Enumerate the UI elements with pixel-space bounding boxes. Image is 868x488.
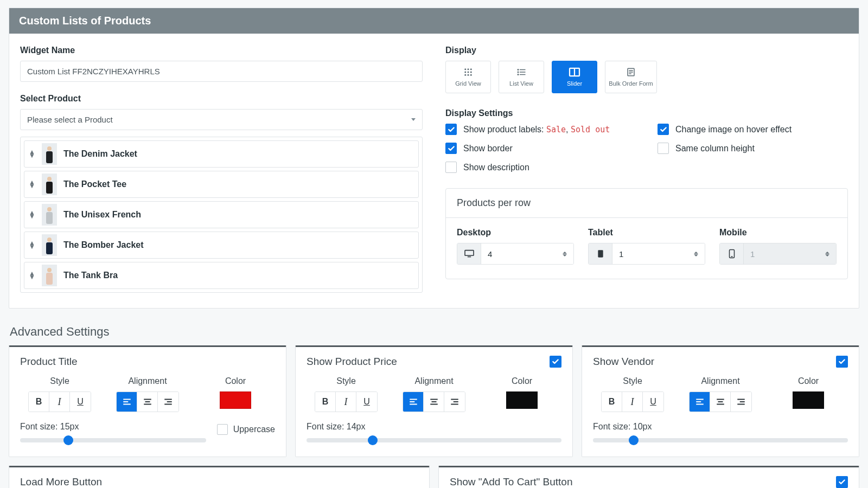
- svg-point-12: [470, 68, 472, 70]
- svg-point-15: [470, 72, 472, 73]
- product-item[interactable]: ▲▼The Pocket Tee: [24, 171, 419, 198]
- same-column-option[interactable]: Same column height: [658, 143, 848, 154]
- align-right-button[interactable]: [444, 392, 465, 412]
- svg-point-10: [464, 68, 466, 70]
- checkbox-checked-icon[interactable]: [658, 124, 669, 135]
- italic-button[interactable]: I: [336, 392, 356, 412]
- card-toggle[interactable]: [836, 476, 848, 488]
- align-right-button[interactable]: [158, 392, 178, 412]
- color-swatch[interactable]: [220, 391, 251, 409]
- align-center-button[interactable]: [137, 392, 158, 412]
- display-slider-button[interactable]: Slider: [552, 61, 597, 93]
- product-item[interactable]: ▲▼The Unisex French: [24, 201, 419, 228]
- widget-name-input[interactable]: [20, 61, 423, 82]
- svg-point-21: [518, 72, 519, 73]
- show-labels-option[interactable]: Show product labels: Sale, Sold out: [445, 124, 636, 135]
- font-size-slider[interactable]: [20, 438, 206, 442]
- checkbox-unchecked-icon[interactable]: [445, 162, 457, 173]
- italic-button[interactable]: I: [49, 392, 70, 412]
- card-product-price: Show Product Price Style B I U Alignment: [295, 345, 573, 457]
- mobile-icon: [720, 243, 744, 264]
- display-settings-label: Display Settings: [445, 108, 848, 118]
- underline-button[interactable]: U: [643, 392, 663, 412]
- align-center-button[interactable]: [710, 392, 731, 412]
- uppercase-option[interactable]: Uppercase: [217, 424, 275, 435]
- panel-title: Custom Lists of Products: [9, 8, 859, 34]
- card-toggle[interactable]: [550, 356, 561, 368]
- color-swatch[interactable]: [506, 391, 538, 409]
- checkbox-unchecked-icon[interactable]: [658, 143, 669, 154]
- bold-button[interactable]: B: [315, 392, 336, 412]
- align-left-button[interactable]: [690, 392, 710, 412]
- select-product-label: Select Product: [20, 94, 423, 104]
- drag-handle-icon[interactable]: ▲▼: [29, 241, 35, 249]
- card-vendor: Show Vendor Style B I U Alignment: [582, 345, 859, 457]
- align-center-button[interactable]: [424, 392, 444, 412]
- product-item[interactable]: ▲▼The Tank Bra: [24, 262, 419, 289]
- product-list: ▲▼The Denim Jacket▲▼The Pocket Tee▲▼The …: [20, 137, 423, 293]
- display-grid-button[interactable]: Grid View: [445, 61, 491, 93]
- card-load-more: Load More Button: [9, 466, 430, 488]
- select-product-dropdown[interactable]: Please select a Product: [20, 109, 423, 130]
- show-description-option[interactable]: Show description: [445, 162, 636, 173]
- svg-point-4: [47, 207, 52, 211]
- desktop-icon: [457, 243, 481, 264]
- svg-rect-31: [465, 251, 474, 256]
- select-caret-icon: [825, 252, 829, 256]
- underline-button[interactable]: U: [70, 392, 91, 412]
- product-item[interactable]: ▲▼The Bomber Jacket: [24, 232, 419, 259]
- svg-rect-32: [467, 256, 470, 258]
- bold-button[interactable]: B: [602, 392, 622, 412]
- svg-rect-24: [520, 74, 526, 75]
- ppr-desktop-select[interactable]: 4: [457, 243, 574, 265]
- align-group: [116, 391, 179, 412]
- checkbox-checked-icon[interactable]: [445, 124, 457, 135]
- columns-icon: [569, 67, 580, 78]
- product-name: The Bomber Jacket: [63, 240, 144, 250]
- svg-point-0: [47, 146, 52, 151]
- drag-handle-icon[interactable]: ▲▼: [29, 211, 35, 219]
- italic-button[interactable]: I: [622, 392, 643, 412]
- svg-rect-5: [46, 212, 53, 224]
- product-name: The Tank Bra: [63, 271, 118, 280]
- font-size-slider[interactable]: [307, 438, 561, 442]
- align-left-button[interactable]: [403, 392, 424, 412]
- style-group: B I U: [315, 391, 378, 412]
- display-list-button[interactable]: List View: [499, 61, 544, 93]
- font-size-label: Font size: 15px: [20, 422, 206, 432]
- card-title: Load More Button: [20, 476, 102, 488]
- svg-point-11: [468, 68, 469, 70]
- align-left-button[interactable]: [117, 392, 137, 412]
- drag-handle-icon[interactable]: ▲▼: [29, 150, 35, 158]
- svg-point-17: [468, 74, 469, 76]
- color-swatch[interactable]: [793, 391, 824, 409]
- card-toggle[interactable]: [836, 356, 848, 368]
- display-bulk-button[interactable]: Bulk Order Form: [605, 61, 657, 93]
- svg-rect-3: [46, 182, 53, 194]
- font-size-slider[interactable]: [593, 438, 848, 442]
- svg-point-18: [470, 74, 472, 76]
- display-label: Display: [445, 46, 848, 55]
- svg-point-13: [464, 72, 466, 73]
- advanced-settings-title: Advanced Settings: [10, 325, 858, 339]
- ppr-tablet-select[interactable]: 1: [588, 243, 705, 265]
- underline-button[interactable]: U: [356, 392, 377, 412]
- style-group: B I U: [601, 391, 664, 412]
- card-title: Show "Add To Cart" Button: [450, 476, 573, 488]
- product-name: The Denim Jacket: [63, 149, 137, 159]
- product-item[interactable]: ▲▼The Denim Jacket: [24, 140, 419, 168]
- display-buttons: Grid ViewList ViewSliderBulk Order Form: [445, 61, 848, 93]
- hover-effect-option[interactable]: Change image on hover effect: [658, 124, 848, 135]
- checkbox-unchecked-icon[interactable]: [217, 424, 228, 435]
- select-caret-icon: [563, 252, 567, 256]
- checkbox-checked-icon[interactable]: [445, 143, 457, 154]
- bold-button[interactable]: B: [29, 392, 49, 412]
- product-thumbnail: [42, 234, 57, 256]
- drag-handle-icon[interactable]: ▲▼: [29, 272, 35, 279]
- align-group: [689, 391, 752, 412]
- show-border-option[interactable]: Show border: [445, 143, 636, 154]
- card-title: Product Title: [20, 356, 78, 368]
- products-per-row-panel: Products per row Desktop: [445, 188, 848, 279]
- align-right-button[interactable]: [731, 392, 751, 412]
- drag-handle-icon[interactable]: ▲▼: [29, 181, 35, 188]
